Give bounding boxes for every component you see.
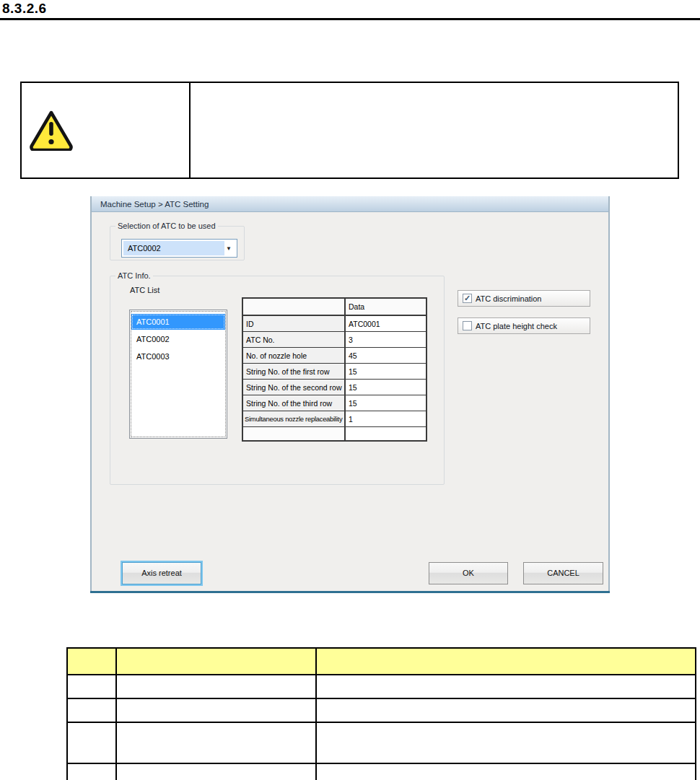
bottom-table-cell (316, 763, 696, 780)
atc-discrimination-checkbox[interactable]: ✓ ATC discrimination (458, 290, 590, 307)
row-value: ATC0001 (345, 315, 426, 332)
atc-plate-height-check-checkbox[interactable]: ATC plate height check (458, 317, 590, 334)
table-row: String No. of the first row 15 (242, 364, 426, 380)
table-row: String No. of the second row 15 (242, 380, 426, 395)
table-row: No. of nozzle hole 45 (242, 348, 426, 364)
row-value (345, 427, 426, 442)
dialog-bottom-edge (90, 591, 610, 593)
bottom-table-cell (67, 763, 116, 780)
dialog-title-bar: Machine Setup > ATC Setting (92, 196, 608, 212)
atc-data-table: Data ID ATC0001 ATC No. 3 No. of nozzle … (242, 297, 427, 442)
bottom-table-cell (67, 698, 116, 722)
row-value: 15 (345, 364, 426, 380)
row-label: String No. of the first row (242, 364, 345, 380)
row-value: 15 (345, 395, 426, 411)
atc-list-label: ATC List (130, 286, 159, 294)
bottom-table-header-cell (316, 648, 696, 675)
table-row: ID ATC0001 (242, 315, 426, 332)
table-row: Simultaneous nozzle replaceability 1 (242, 411, 426, 427)
checkbox-icon[interactable] (463, 321, 472, 330)
data-table-header: Data (345, 298, 426, 315)
row-value: 3 (345, 332, 426, 348)
bottom-table-header-cell (116, 648, 316, 675)
atc-select-combobox[interactable]: ATC0002 ▼ (121, 239, 237, 258)
table-row (67, 763, 696, 780)
row-value: 45 (345, 348, 426, 364)
atc-list: ATC0001 ATC0002 ATC0003 (129, 310, 227, 439)
row-label: String No. of the second row (242, 380, 345, 395)
warning-box (20, 82, 679, 179)
ok-button[interactable]: OK (429, 562, 508, 584)
atc-list-item[interactable]: ATC0003 (131, 349, 225, 364)
bottom-table (66, 647, 696, 780)
row-label: Simultaneous nozzle replaceability (242, 411, 345, 427)
table-row: ATC No. 3 (242, 332, 426, 348)
atc-setting-dialog: Machine Setup > ATC Setting Selection of… (90, 196, 610, 593)
bottom-table-header-cell (67, 648, 116, 675)
bottom-table-cell (316, 675, 696, 698)
bottom-table-cell (67, 722, 116, 763)
warning-triangle-icon (30, 110, 73, 151)
checkbox-label: ATC discrimination (476, 294, 542, 303)
table-row (67, 675, 696, 698)
heading-rule (0, 18, 700, 20)
bottom-table-cell (116, 675, 316, 698)
warning-text-cell (190, 82, 678, 178)
bottom-table-cell (116, 698, 316, 722)
row-label: No. of nozzle hole (242, 348, 345, 364)
bottom-table-cell (316, 698, 696, 722)
selection-of-atc-group-label: Selection of ATC to be used (115, 222, 218, 230)
axis-retreat-button[interactable]: Axis retreat (122, 562, 201, 584)
atc-info-group-label: ATC Info. (115, 271, 153, 280)
table-row (242, 427, 426, 442)
atc-select-value: ATC0002 (123, 241, 224, 255)
bottom-table-cell (116, 763, 316, 780)
bottom-table-cell (67, 675, 116, 698)
row-label: String No. of the third row (242, 395, 345, 411)
bottom-table-cell (116, 722, 316, 763)
row-label: ATC No. (242, 332, 345, 348)
atc-list-item[interactable]: ATC0001 (131, 314, 225, 330)
dialog-body: Selection of ATC to be used ATC0002 ▼ AT… (92, 212, 608, 591)
table-row (67, 722, 696, 763)
bottom-table-cell (316, 722, 696, 763)
row-value: 15 (345, 380, 426, 395)
warning-icon-cell (21, 82, 190, 178)
section-heading: 8.3.2.6 (2, 1, 47, 17)
row-label (242, 427, 345, 442)
checkbox-label: ATC plate height check (476, 322, 557, 330)
cancel-button[interactable]: CANCEL (523, 562, 603, 584)
checkbox-icon[interactable]: ✓ (463, 294, 472, 303)
table-row (67, 698, 696, 722)
data-table-corner-cell (242, 298, 345, 315)
bottom-table-header-row (67, 648, 696, 675)
chevron-down-icon[interactable]: ▼ (226, 245, 232, 252)
manual-page: 8.3.2.6 Machine Setup > ATC Setting Sele… (0, 0, 700, 780)
atc-list-item[interactable]: ATC0002 (131, 331, 225, 347)
row-label: ID (242, 315, 345, 332)
table-row: String No. of the third row 15 (242, 395, 426, 411)
row-value: 1 (345, 411, 426, 427)
